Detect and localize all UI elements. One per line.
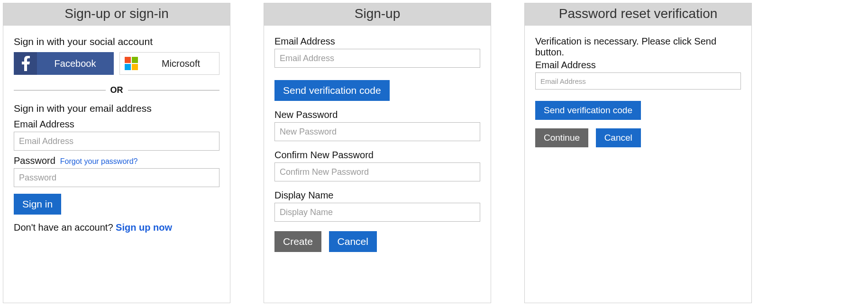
password-label: Password [14, 155, 55, 166]
facebook-label: Facebook [37, 58, 113, 69]
or-text: OR [110, 85, 123, 95]
reset-cancel-button[interactable]: Cancel [596, 128, 641, 147]
reset-title: Password reset verification [525, 3, 751, 26]
microsoft-icon [120, 52, 143, 75]
reset-email-label: Email Address [535, 60, 741, 71]
send-code-button[interactable]: Send verification code [274, 80, 390, 101]
reset-intro-text: Verification is necessary. Please click … [535, 36, 741, 58]
or-divider: OR [14, 85, 219, 95]
email-heading: Sign in with your email address [14, 103, 219, 114]
signup-cancel-button[interactable]: Cancel [329, 231, 377, 252]
svg-rect-1 [132, 57, 138, 63]
reset-email-input[interactable] [535, 72, 741, 90]
microsoft-button[interactable]: Microsoft [119, 52, 219, 75]
signup-email-label: Email Address [274, 36, 335, 47]
display-name-label: Display Name [274, 190, 333, 201]
create-button[interactable]: Create [274, 231, 321, 252]
facebook-button[interactable]: Facebook [14, 52, 114, 75]
forgot-password-link[interactable]: Forgot your password? [60, 157, 138, 166]
signup-title: Sign-up [264, 3, 491, 26]
confirm-password-input[interactable] [274, 162, 480, 181]
password-input[interactable] [14, 168, 219, 187]
email-label: Email Address [14, 119, 74, 130]
reset-panel: Password reset verification Verification… [524, 3, 752, 303]
svg-rect-3 [132, 64, 138, 70]
new-password-label: New Password [274, 109, 338, 120]
continue-button[interactable]: Continue [535, 128, 588, 147]
signin-panel: Sign-up or sign-in Sign in with your soc… [3, 3, 230, 303]
facebook-icon [14, 52, 37, 75]
microsoft-label: Microsoft [143, 58, 219, 69]
signin-title: Sign-up or sign-in [3, 3, 230, 26]
signup-now-link[interactable]: Sign up now [116, 222, 172, 233]
display-name-input[interactable] [274, 203, 480, 222]
svg-rect-0 [125, 57, 131, 63]
email-input[interactable] [14, 132, 219, 151]
svg-rect-2 [125, 64, 131, 70]
confirm-password-label: Confirm New Password [274, 150, 374, 161]
social-heading: Sign in with your social account [14, 36, 219, 47]
signup-email-input[interactable] [274, 49, 480, 68]
no-account-text: Don't have an account? [14, 222, 113, 233]
reset-send-code-button[interactable]: Send verification code [535, 101, 641, 120]
signup-panel: Sign-up Email Address Send verification … [264, 3, 491, 303]
new-password-input[interactable] [274, 122, 480, 141]
signin-button[interactable]: Sign in [14, 194, 61, 215]
